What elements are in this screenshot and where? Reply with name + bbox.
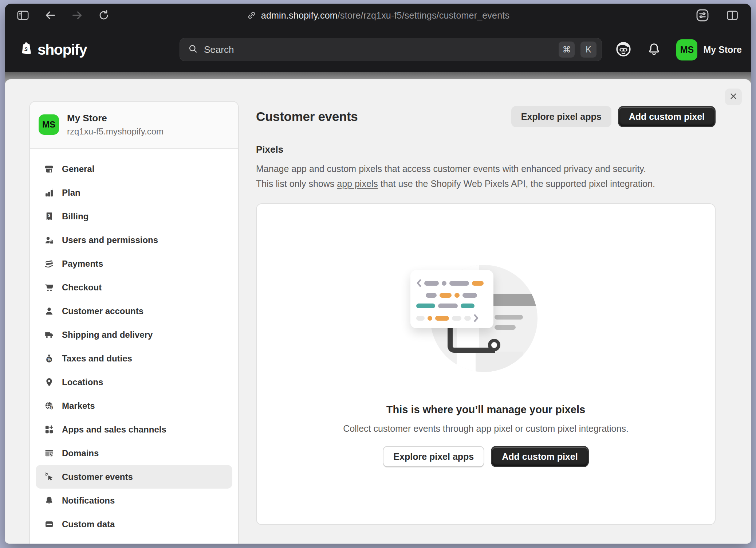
sidebar-item-languages[interactable]: ALanguages: [36, 536, 232, 544]
sidebar-item-label: Languages: [62, 543, 108, 544]
global-search[interactable]: ⌘ K: [180, 38, 602, 61]
customize-toolbar-icon[interactable]: [695, 8, 710, 23]
pixels-section-heading: Pixels: [256, 144, 283, 155]
sidebar-store-domain: rzq1xu-f5.myshopify.com: [67, 126, 164, 137]
url-text: admin.shopify.com/store/rzq1xu-f5/settin…: [261, 10, 509, 21]
empty-state-subtext: Collect customer events through app pixe…: [257, 423, 715, 434]
shortcut-cmd-key: ⌘: [559, 42, 575, 58]
illustration-block: [476, 352, 523, 372]
location-icon: [44, 377, 54, 387]
illustration-code-card: [410, 270, 493, 328]
reload-icon[interactable]: [98, 9, 110, 21]
shopify-logo[interactable]: S shopify: [19, 41, 87, 59]
shortcut-k-key: K: [580, 42, 596, 58]
sidebar-store-header: MS My Store rzq1xu-f5.myshopify.com: [30, 102, 238, 149]
storefront-icon: [44, 164, 54, 174]
shopify-header: S shopify ⌘ K MS My Store: [5, 27, 751, 72]
back-icon[interactable]: [44, 9, 56, 21]
pixels-empty-state-card: This is where you’ll manage your pixels …: [256, 203, 716, 525]
sidebar-item-domains[interactable]: Domains: [36, 441, 232, 465]
account-menu[interactable]: MS My Store: [676, 39, 742, 60]
sidebar-item-label: Notifications: [62, 496, 115, 506]
sidebar-item-label: Billing: [62, 211, 88, 222]
address-bar[interactable]: admin.shopify.com/store/rzq1xu-f5/settin…: [247, 4, 509, 27]
code-line: [416, 304, 488, 308]
apps-icon: [44, 425, 54, 434]
settings-modal: MS My Store rzq1xu-f5.myshopify.com Gene…: [5, 79, 751, 544]
sidebar-item-billing[interactable]: $Billing: [36, 204, 232, 228]
sidebar-item-notifications[interactable]: Notifications: [36, 489, 232, 512]
add-custom-pixel-button[interactable]: Add custom pixel: [491, 446, 588, 467]
forward-icon: [71, 9, 83, 21]
split-view-icon[interactable]: [726, 9, 739, 22]
svg-text:$: $: [48, 213, 50, 217]
sidebar-item-general[interactable]: General: [36, 157, 232, 181]
taxes-icon: %: [44, 354, 54, 363]
svg-text:$: $: [51, 406, 52, 410]
custom-data-icon: [44, 520, 54, 529]
sidebar-item-label: Apps and sales channels: [62, 424, 166, 435]
sidebar-item-label: Locations: [62, 377, 103, 387]
page-title: Customer events: [256, 109, 511, 124]
add-custom-pixel-button[interactable]: Add custom pixel: [618, 106, 716, 127]
browser-window: admin.shopify.com/store/rzq1xu-f5/settin…: [5, 4, 751, 544]
users-icon: [44, 235, 54, 245]
explore-pixel-apps-button[interactable]: Explore pixel apps: [383, 446, 484, 467]
close-icon: [729, 91, 738, 102]
notifications-bell-icon[interactable]: [647, 42, 661, 58]
sidebar-item-label: Plan: [62, 188, 80, 198]
markets-icon: $: [44, 401, 54, 411]
sidebar-item-label: Domains: [62, 448, 99, 458]
url-path: /store/rzq1xu-f5/settings/customer_event…: [338, 10, 509, 20]
link-icon: [247, 10, 257, 20]
bell-icon: [44, 496, 54, 505]
pixels-section-description: Manage app and custom pixels that access…: [256, 161, 716, 191]
desktop: { "browser": { "url_host": "admin.shopif…: [0, 0, 756, 548]
sidekick-assistant-icon[interactable]: [615, 41, 632, 59]
sidebar-item-checkout[interactable]: Checkout: [36, 275, 232, 299]
illustration-text-bar: [495, 315, 523, 320]
empty-state-actions: Explore pixel apps Add custom pixel: [257, 446, 715, 467]
sidebar-item-custom-data[interactable]: Custom data: [36, 512, 232, 536]
close-button[interactable]: [725, 89, 742, 105]
svg-text:S: S: [24, 46, 28, 52]
shopify-wordmark: shopify: [38, 41, 87, 58]
sidebar-item-users-and-permissions[interactable]: Users and permissions: [36, 228, 232, 252]
sidebar-item-payments[interactable]: Payments: [36, 252, 232, 275]
sidebar-item-plan[interactable]: Plan: [36, 181, 232, 204]
app-pixels-link[interactable]: app pixels: [337, 179, 378, 189]
account-store-name: My Store: [703, 44, 742, 55]
page-header: Customer events Explore pixel apps Add c…: [256, 106, 716, 127]
illustration-text-bar: [495, 325, 516, 330]
illustration-node: [488, 339, 500, 351]
sidebar-toggle-icon[interactable]: [16, 9, 29, 21]
sidebar-item-apps-and-sales-channels[interactable]: Apps and sales channels: [36, 418, 232, 441]
sidebar-item-label: Shipping and delivery: [62, 330, 153, 340]
store-avatar: MS: [39, 114, 59, 135]
sidebar-item-label: General: [62, 164, 94, 174]
sidebar-item-taxes-and-duties[interactable]: %Taxes and duties: [36, 347, 232, 370]
avatar: MS: [676, 39, 697, 60]
billing-icon: $: [44, 212, 54, 221]
code-line: [416, 293, 488, 298]
sidebar-item-markets[interactable]: $Markets: [36, 394, 232, 418]
search-input[interactable]: [203, 44, 554, 56]
sidebar-item-shipping-and-delivery[interactable]: Shipping and delivery: [36, 323, 232, 347]
sidebar-item-label: Custom data: [62, 519, 115, 529]
sidebar-item-label: Users and permissions: [62, 235, 158, 245]
sidebar-item-label: Markets: [62, 401, 95, 411]
plan-icon: [44, 188, 54, 197]
admin-page-backdrop: MS My Store rzq1xu-f5.myshopify.com Gene…: [5, 72, 751, 544]
sidebar-store-name: My Store: [67, 113, 164, 124]
explore-pixel-apps-button[interactable]: Explore pixel apps: [511, 106, 611, 127]
sidebar-item-customer-accounts[interactable]: Customer accounts: [36, 299, 232, 323]
domains-icon: [44, 449, 54, 458]
sidebar-item-locations[interactable]: Locations: [36, 370, 232, 394]
browser-nav-controls: [16, 4, 110, 27]
url-host: admin.shopify.com: [261, 10, 338, 20]
sidebar-item-customer-events[interactable]: Customer events: [36, 465, 232, 489]
code-line: [416, 279, 488, 287]
languages-icon: A: [44, 543, 54, 544]
settings-sidebar: MS My Store rzq1xu-f5.myshopify.com Gene…: [29, 101, 239, 544]
search-icon: [188, 44, 198, 55]
